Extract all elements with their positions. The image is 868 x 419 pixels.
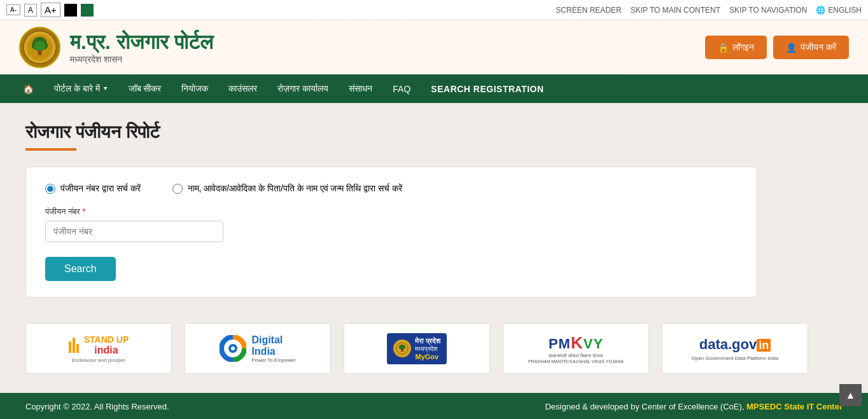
footer-designed-by: Designed & developed by Center of Excell… <box>545 402 843 411</box>
copyright-text: Copyright © 2022. All Rights Reserved. <box>25 402 169 411</box>
language-link[interactable]: 🌐 ENGLISH <box>816 6 862 15</box>
registration-number-group: पंजीयन नंबर * <box>45 207 738 242</box>
nav-search-registration[interactable]: SEARCH REGISTRATION <box>421 75 554 103</box>
lock-icon: 🔒 <box>718 43 729 53</box>
font-normal-button[interactable]: A <box>24 4 37 17</box>
accessibility-bar: A- A A+ SCREEN READER SKIP TO MAIN CONTE… <box>0 0 868 20</box>
partners-section: STAND UP india Endeavour and prosper <box>0 310 868 393</box>
register-button[interactable]: 👤 पंजीयन करें <box>773 36 849 59</box>
svg-rect-6 <box>38 50 42 55</box>
green-theme-button[interactable] <box>81 4 94 17</box>
accessibility-links: SCREEN READER SKIP TO MAIN CONTENT SKIP … <box>556 6 862 15</box>
radio-option-2[interactable]: नाम, आवेदक/आवेदिका के पिता/पति के नाम एव… <box>172 183 402 194</box>
site-title: म.प्र. रोजगार पोर्टल <box>70 31 213 54</box>
nav-counselor[interactable]: काउंसलर <box>218 74 267 103</box>
radio-by-name[interactable] <box>172 184 183 194</box>
digital-india-card: Digital India Power To Empower <box>185 323 331 374</box>
nav-faq[interactable]: FAQ <box>382 75 421 103</box>
site-title-area: म.प्र. रोजगार पोर्टल मध्यप्रदेश शासन <box>70 31 213 65</box>
registration-number-input[interactable] <box>45 221 223 242</box>
footer-link[interactable]: MPSEDC State IT Center <box>746 402 843 411</box>
svg-point-9 <box>231 347 235 350</box>
pmkvy-card: PMKVY प्रधानमंत्री कौशल विकास योजना PRAD… <box>503 323 649 374</box>
required-indicator: * <box>82 207 85 216</box>
nav-about[interactable]: पोर्टल के बारे में ▾ <box>44 74 118 103</box>
datagov-logo: data.govin Open Government Data Platform… <box>692 336 779 361</box>
svg-point-5 <box>34 41 45 52</box>
nav-employment-office[interactable]: रोज़गार कार्यालय <box>267 74 339 103</box>
svg-rect-12 <box>401 349 403 352</box>
search-type-radio-group: पंजीयन नंबर द्वारा सर्च करें नाम, आवेदक/… <box>45 183 738 194</box>
svg-point-11 <box>399 345 405 350</box>
login-button[interactable]: 🔒 लॉगइन <box>705 36 767 59</box>
standup-india-logo: STAND UP india Endeavour and prosper <box>69 334 129 363</box>
globe-icon: 🌐 <box>816 6 825 15</box>
mera-emblem <box>393 340 411 357</box>
site-footer: Copyright © 2022. All Rights Reserved. D… <box>0 393 868 419</box>
main-navigation: 🏠 पोर्टल के बारे में ▾ जॉब सीकर नियोजक क… <box>0 74 868 103</box>
mera-pradesh-logo: मेरा प्रदेश मध्यप्रदेश MyGov <box>387 333 446 364</box>
datagov-card: data.govin Open Government Data Platform… <box>662 323 808 374</box>
header-action-buttons: 🔒 लॉगइन 👤 पंजीयन करें <box>705 36 849 59</box>
user-icon: 👤 <box>786 43 797 53</box>
digital-india-logo: Digital India Power To Empower <box>220 334 295 363</box>
nav-employer[interactable]: नियोजक <box>171 74 218 103</box>
field-label: पंजीयन नंबर * <box>45 207 738 217</box>
site-subtitle: मध्यप्रदेश शासन <box>70 54 213 65</box>
pmkvy-logo: PMKVY प्रधानमंत्री कौशल विकास योजना PRAD… <box>528 333 624 363</box>
standup-india-card: STAND UP india Endeavour and prosper <box>25 323 172 374</box>
skip-nav-link[interactable]: SKIP TO NAVIGATION <box>729 6 807 15</box>
search-form-card: पंजीयन नंबर द्वारा सर्च करें नाम, आवेदक/… <box>25 167 757 298</box>
site-header: म.प्र. रोजगार पोर्टल मध्यप्रदेश शासन 🔒 ल… <box>0 20 868 74</box>
page-title: रोजगार पंजीयन रिपोर्ट <box>25 122 843 143</box>
title-underline <box>25 148 76 151</box>
site-logo <box>19 27 60 68</box>
scroll-to-top-button[interactable]: ▲ <box>839 384 862 406</box>
font-size-controls: A- A A+ <box>6 3 94 17</box>
radio-option-1[interactable]: पंजीयन नंबर द्वारा सर्च करें <box>45 183 141 194</box>
nav-resources[interactable]: संसाधन <box>339 74 382 103</box>
black-theme-button[interactable] <box>64 4 77 17</box>
radio-by-number[interactable] <box>45 184 55 194</box>
nav-job-seeker[interactable]: जॉब सीकर <box>118 74 172 103</box>
screen-reader-link[interactable]: SCREEN READER <box>556 6 621 15</box>
font-decrease-button[interactable]: A- <box>6 4 20 15</box>
search-button[interactable]: Search <box>45 257 116 281</box>
mera-pradesh-card: मेरा प्रदेश मध्यप्रदेश MyGov <box>344 323 490 374</box>
nav-home[interactable]: 🏠 <box>13 75 44 103</box>
font-increase-button[interactable]: A+ <box>41 3 60 17</box>
header-logo-area: म.प्र. रोजगार पोर्टल मध्यप्रदेश शासन <box>19 27 213 68</box>
skip-main-link[interactable]: SKIP TO MAIN CONTENT <box>631 6 720 15</box>
main-content: रोजगार पंजीयन रिपोर्ट पंजीयन नंबर द्वारा… <box>0 103 868 310</box>
